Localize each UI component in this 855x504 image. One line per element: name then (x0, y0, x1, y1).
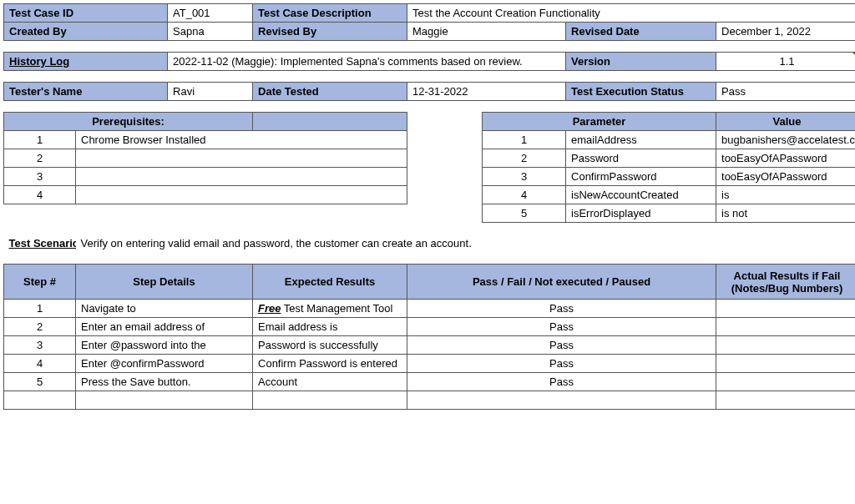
label-tcid: Test Case ID (4, 4, 168, 23)
empty-cell[interactable] (407, 391, 716, 410)
prereq-header-blank (253, 113, 407, 131)
step-expected[interactable]: Email address is (253, 318, 407, 336)
param-name[interactable]: isNewAccountCreated (566, 186, 716, 204)
cell-exec[interactable]: Pass (716, 83, 855, 101)
cell-tcdesc[interactable]: Test the Account Creation Functionality (407, 4, 855, 23)
step-details[interactable]: Enter @confirmPassword (76, 355, 253, 373)
step-details[interactable]: Press the Save button. (76, 373, 253, 391)
step-num: 1 (4, 300, 76, 318)
prereq-num: 3 (4, 168, 76, 186)
step-num: 4 (4, 355, 76, 373)
label-actual: Actual Results if Fail (Notes/Bug Number… (716, 265, 855, 300)
row-steps-header: Step # Step Details Expected Results Pas… (4, 265, 856, 300)
row-history: History Log 2022-11-02 (Maggie): Impleme… (4, 53, 856, 71)
table-row: 5 isErrorDisplayed is not (4, 204, 856, 223)
prereq-num: 4 (4, 186, 76, 204)
label-parameter: Parameter (483, 113, 716, 131)
cell-tcid[interactable]: AT_001 (168, 4, 253, 23)
param-name[interactable]: ConfirmPassword (566, 168, 716, 186)
cell-revisedby[interactable]: Maggie (407, 23, 566, 41)
step-details[interactable]: Enter @password into the (76, 336, 253, 355)
table-row: 4 Enter @confirmPassword Confirm Passwor… (4, 355, 856, 373)
label-version: Version (566, 53, 716, 71)
label-exec: Test Execution Status (566, 83, 716, 101)
prereq-num: 2 (4, 149, 76, 168)
param-num: 5 (483, 204, 566, 223)
empty-cell[interactable] (716, 391, 855, 410)
label-scenario: Test Scenario (4, 234, 76, 253)
label-history: History Log (4, 53, 168, 71)
cell-history[interactable]: 2022-11-02 (Maggie): Implemented Sapna's… (168, 53, 566, 71)
step-expected[interactable]: Free Test Management Tool (253, 300, 407, 318)
label-revisedby: Revised By (253, 23, 407, 41)
empty-cell[interactable] (4, 391, 76, 410)
step-actual[interactable] (716, 336, 855, 355)
param-value[interactable]: tooEasyOfAPassword (716, 168, 855, 186)
cell-version[interactable]: 1.1 (716, 53, 855, 71)
cell-scenario[interactable]: Verify on entering valid email and passw… (76, 234, 856, 253)
step-num: 2 (4, 318, 76, 336)
step-num: 5 (4, 373, 76, 391)
table-row: 5 Press the Save button. Account Pass (4, 373, 856, 391)
step-details[interactable]: Enter an email address of (76, 318, 253, 336)
param-name[interactable]: isErrorDisplayed (566, 204, 716, 223)
row-prereq-header: Prerequisites: Parameter Value (4, 113, 856, 131)
table-row: 1 Navigate to Free Test Management Tool … (4, 300, 856, 318)
row-tester: Tester's Name Ravi Date Tested 12-31-202… (4, 83, 856, 101)
param-num: 1 (483, 131, 566, 149)
step-passfail[interactable]: Pass (407, 336, 716, 355)
label-step-details: Step Details (76, 265, 253, 300)
table-row: 3 3 ConfirmPassword tooEasyOfAPassword (4, 168, 856, 186)
step-num: 3 (4, 336, 76, 355)
label-tcdesc: Test Case Description (253, 4, 407, 23)
step-expected[interactable]: Confirm Password is entered (253, 355, 407, 373)
free-label: Free (258, 302, 281, 315)
empty-cell[interactable] (253, 391, 407, 410)
cell-datetested[interactable]: 12-31-2022 (407, 83, 566, 101)
step-actual[interactable] (716, 355, 855, 373)
step-passfail[interactable]: Pass (407, 373, 716, 391)
label-prereq: Prerequisites: (4, 113, 253, 131)
cell-reviseddate[interactable]: December 1, 2022 (716, 23, 855, 41)
param-value[interactable]: is (716, 186, 855, 204)
param-name[interactable]: Password (566, 149, 716, 168)
param-name[interactable]: emailAddress (566, 131, 716, 149)
cell-tester[interactable]: Ravi (168, 83, 253, 101)
step-actual[interactable] (716, 373, 855, 391)
prereq-text[interactable] (76, 186, 407, 204)
step-passfail[interactable]: Pass (407, 318, 716, 336)
table-row (4, 391, 856, 410)
step-details[interactable]: Navigate to (76, 300, 253, 318)
param-num: 2 (483, 149, 566, 168)
empty-cell[interactable] (76, 391, 253, 410)
param-value[interactable]: tooEasyOfAPassword (716, 149, 855, 168)
prereq-text[interactable] (76, 168, 407, 186)
step-passfail[interactable]: Pass (407, 300, 716, 318)
table-row: 3 Enter @password into the Password is s… (4, 336, 856, 355)
prereq-text[interactable]: Chrome Browser Installed (76, 131, 407, 149)
cell-createdby[interactable]: Sapna (168, 23, 253, 41)
table-row: 2 2 Password tooEasyOfAPassword (4, 149, 856, 168)
label-passfail: Pass / Fail / Not executed / Paused (407, 265, 716, 300)
step-actual[interactable] (716, 318, 855, 336)
table-row: 2 Enter an email address of Email addres… (4, 318, 856, 336)
tool-suffix: Test Management Tool (281, 302, 392, 315)
step-passfail[interactable]: Pass (407, 355, 716, 373)
step-expected[interactable]: Account (253, 373, 407, 391)
param-num: 4 (483, 186, 566, 204)
test-case-spreadsheet: Test Case ID AT_001 Test Case Descriptio… (3, 3, 855, 410)
label-tester: Tester's Name (4, 83, 168, 101)
table-row: 1 Chrome Browser Installed 1 emailAddres… (4, 131, 856, 149)
step-actual[interactable] (716, 300, 855, 318)
label-step-no: Step # (4, 265, 76, 300)
label-reviseddate: Revised Date (566, 23, 716, 41)
step-expected[interactable]: Password is successfully (253, 336, 407, 355)
prereq-num: 1 (4, 131, 76, 149)
param-value[interactable]: bugbanishers@accelatest.com (716, 131, 855, 149)
param-num: 3 (483, 168, 566, 186)
prereq-text[interactable] (76, 149, 407, 168)
param-value[interactable]: is not (716, 204, 855, 223)
label-createdby: Created By (4, 23, 168, 41)
label-value: Value (716, 113, 855, 131)
label-expected: Expected Results (253, 265, 407, 300)
